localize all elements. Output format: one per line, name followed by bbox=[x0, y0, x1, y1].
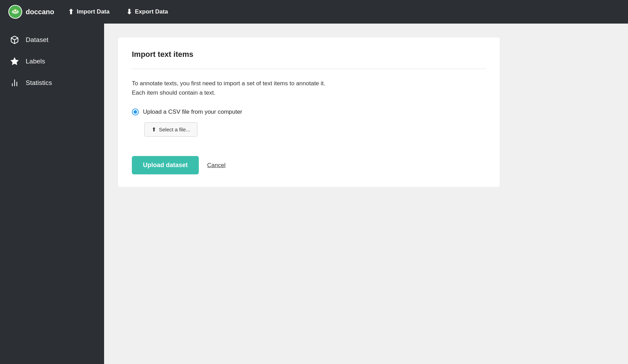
sidebar-item-statistics[interactable]: Statistics bbox=[0, 72, 104, 94]
csv-radio-option[interactable]: Upload a CSV file from your computer bbox=[132, 109, 486, 115]
card-title: Import text items bbox=[132, 50, 486, 69]
import-data-button[interactable]: ⬆ Import Data bbox=[65, 6, 112, 18]
upload-dataset-label: Upload dataset bbox=[143, 162, 188, 168]
sidebar-item-dataset[interactable]: Dataset bbox=[0, 29, 104, 51]
bar-chart-icon bbox=[10, 78, 19, 87]
export-data-button[interactable]: ⬇ Export Data bbox=[124, 6, 171, 18]
upload-dataset-button[interactable]: Upload dataset bbox=[132, 156, 199, 174]
main-layout: Dataset Labels Statistics Import t bbox=[0, 24, 628, 364]
select-file-label: Select a file... bbox=[159, 127, 190, 132]
sidebar-item-labels-label: Labels bbox=[26, 58, 45, 65]
action-row: Upload dataset Cancel bbox=[132, 156, 486, 174]
cancel-label: Cancel bbox=[207, 162, 226, 168]
star-icon bbox=[10, 57, 19, 66]
inbox-icon bbox=[10, 35, 19, 44]
content-area: Import text items To annotate texts, you… bbox=[104, 24, 628, 364]
topnav: doccano ⬆ Import Data ⬇ Export Data bbox=[0, 0, 628, 24]
svg-marker-5 bbox=[11, 58, 18, 65]
import-data-label: Import Data bbox=[77, 8, 109, 15]
cancel-button[interactable]: Cancel bbox=[207, 162, 226, 169]
sidebar-item-dataset-label: Dataset bbox=[26, 36, 48, 44]
csv-radio-button[interactable] bbox=[132, 109, 139, 115]
import-icon: ⬆ bbox=[68, 8, 74, 16]
upload-small-icon: ⬆ bbox=[152, 126, 156, 133]
card-desc-line2: Each item should contain a text. bbox=[132, 88, 486, 97]
card-desc-line1: To annotate texts, you first need to imp… bbox=[132, 79, 486, 88]
sidebar: Dataset Labels Statistics bbox=[0, 24, 104, 364]
brand-logo bbox=[8, 5, 22, 19]
csv-radio-label: Upload a CSV file from your computer bbox=[143, 109, 242, 115]
brand: doccano bbox=[8, 5, 54, 19]
import-card: Import text items To annotate texts, you… bbox=[118, 37, 500, 187]
export-icon: ⬇ bbox=[126, 8, 132, 16]
card-description: To annotate texts, you first need to imp… bbox=[132, 79, 486, 97]
export-data-label: Export Data bbox=[135, 8, 168, 15]
select-file-button[interactable]: ⬆ Select a file... bbox=[144, 122, 197, 137]
brand-name: doccano bbox=[26, 8, 54, 16]
sidebar-item-labels[interactable]: Labels bbox=[0, 51, 104, 72]
sidebar-item-statistics-label: Statistics bbox=[26, 79, 52, 87]
svg-point-3 bbox=[15, 10, 16, 11]
